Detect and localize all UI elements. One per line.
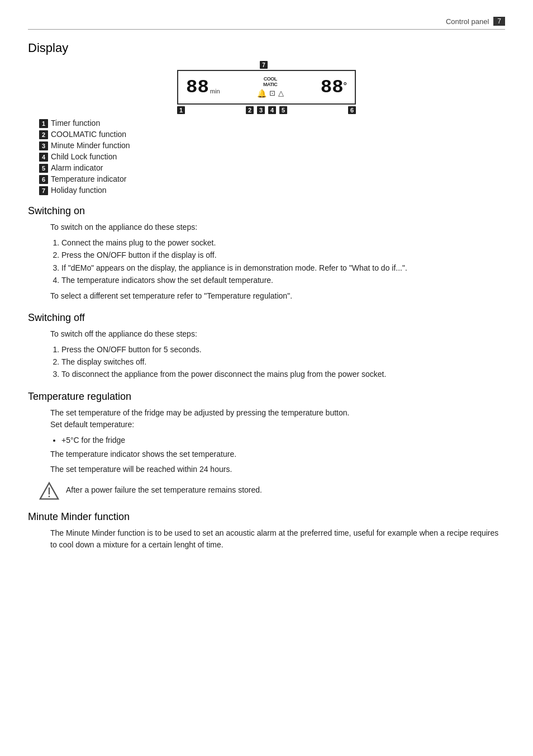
switching-off-steps: Press the ON/OFF button for 5 seconds. T… <box>61 343 505 381</box>
feature-item-5: 5 Alarm indicator <box>39 163 505 173</box>
switching-on-steps: Connect the mains plug to the power sock… <box>61 237 505 287</box>
switching-off-section: Switching off To switch off the applianc… <box>28 312 505 381</box>
temperature-bullet-list: +5°C for the fridge <box>61 434 505 446</box>
badge-1-label: 1 <box>39 119 48 128</box>
seg-min-label: min <box>210 88 220 94</box>
temperature-para1-text: The set temperature of the fridge may be… <box>50 408 349 429</box>
temperature-heading: Temperature regulation <box>28 391 505 403</box>
switching-on-step-2: Press the ON/OFF button if the display i… <box>61 249 505 261</box>
minute-minder-heading: Minute Minder function <box>28 511 505 523</box>
seg-left: 88 min <box>186 78 220 97</box>
feature-label-5: Alarm indicator <box>51 163 103 172</box>
minute-minder-para: The Minute Minder function is to be used… <box>50 527 505 551</box>
badge-4: 4 <box>268 106 276 114</box>
feature-label-4: Child Lock function <box>51 152 117 161</box>
badge-4-label: 4 <box>39 153 48 162</box>
diag-bottom-labels: 1 2 3 4 5 6 <box>177 106 356 114</box>
badge-2-label: 2 <box>39 130 48 139</box>
switching-off-intro: To switch off the appliance do these ste… <box>50 328 505 340</box>
badge-6-label: 6 <box>39 175 48 184</box>
badge-7-label: 7 <box>39 186 48 195</box>
badge-1: 1 <box>177 106 185 114</box>
feature-list: 1 Timer function 2 COOLMATIC function 3 … <box>39 119 505 195</box>
feature-label-7: Holiday function <box>51 186 107 195</box>
display-diagram: 7 88 min COOLMATIC 🔔 ⊡ △ <box>28 61 505 114</box>
switching-on-step-3: If "dEMo" appears on the display, the ap… <box>61 262 505 274</box>
temperature-para3: The set temperature will be reached with… <box>50 464 505 475</box>
svg-point-2 <box>49 496 50 498</box>
header-title: Control panel <box>446 17 489 26</box>
switching-on-step-4: The temperature indicators show the set … <box>61 274 505 286</box>
switching-off-step-3: To disconnect the appliance from the pow… <box>61 368 505 380</box>
coolmatic-label: COOLMATIC <box>263 77 277 88</box>
warning-icon <box>39 481 59 501</box>
display-heading: Display <box>28 41 505 55</box>
warning-text: After a power failure the set temperatur… <box>66 484 262 496</box>
seg-deg-symbol: ° <box>344 81 347 91</box>
feature-item-1: 1 Timer function <box>39 119 505 128</box>
center-icons: COOLMATIC 🔔 ⊡ △ <box>257 77 284 98</box>
badge-6: 6 <box>348 106 356 114</box>
switching-off-step-2: The display switches off. <box>61 356 505 368</box>
lock-icon: ⊡ <box>269 89 275 97</box>
feature-label-2: COOLMATIC function <box>51 130 126 139</box>
diag-display-box: 88 min COOLMATIC 🔔 ⊡ △ 88 ° <box>177 70 356 105</box>
feature-label-3: Minute Minder function <box>51 141 130 150</box>
switching-on-section: Switching on To switch on the appliance … <box>28 205 505 302</box>
switching-off-step-1: Press the ON/OFF button for 5 seconds. <box>61 343 505 356</box>
feature-item-7: 7 Holiday function <box>39 186 505 195</box>
feature-item-3: 3 Minute Minder function <box>39 141 505 150</box>
triangle-icon: △ <box>278 89 284 97</box>
badge-3-label: 3 <box>39 141 48 150</box>
badge-5: 5 <box>279 106 287 114</box>
temperature-para2: The temperature indicator shows the set … <box>50 448 505 460</box>
warning-row: After a power failure the set temperatur… <box>39 481 505 501</box>
diag-top-label: 7 <box>177 61 356 69</box>
feature-item-6: 6 Temperature indicator <box>39 174 505 184</box>
temperature-bullet-1: +5°C for the fridge <box>61 434 505 446</box>
minute-minder-section: Minute Minder function The Minute Minder… <box>28 511 505 551</box>
temperature-para1: The set temperature of the fridge may be… <box>50 407 505 431</box>
seg-right: 88 ° <box>321 78 347 97</box>
display-section: Display 7 88 min COOLMATIC 🔔 ⊡ △ <box>28 41 505 195</box>
temperature-section: Temperature regulation The set temperatu… <box>28 391 505 501</box>
badge-5-label: 5 <box>39 164 48 173</box>
feature-label-1: Timer function <box>51 119 100 127</box>
badge-2: 2 <box>246 106 254 114</box>
seg-right-chars: 88 <box>321 78 344 97</box>
switching-off-heading: Switching off <box>28 312 505 324</box>
switching-on-intro: To switch on the appliance do these step… <box>50 221 505 233</box>
switching-on-step-1: Connect the mains plug to the power sock… <box>61 237 505 249</box>
badge-3: 3 <box>257 106 265 114</box>
feature-item-2: 2 COOLMATIC function <box>39 130 505 139</box>
bell-icon: 🔔 <box>257 89 266 98</box>
seg-left-chars: 88 <box>186 78 209 97</box>
switching-on-outro: To select a different set temperature re… <box>50 290 505 302</box>
badge-7-top: 7 <box>260 61 268 69</box>
page-number: 7 <box>493 17 505 26</box>
page-header: Control panel 7 <box>28 17 505 30</box>
feature-label-6: Temperature indicator <box>51 174 126 183</box>
feature-item-4: 4 Child Lock function <box>39 152 505 162</box>
icon-row: 🔔 ⊡ △ <box>257 89 284 98</box>
switching-on-heading: Switching on <box>28 205 505 217</box>
